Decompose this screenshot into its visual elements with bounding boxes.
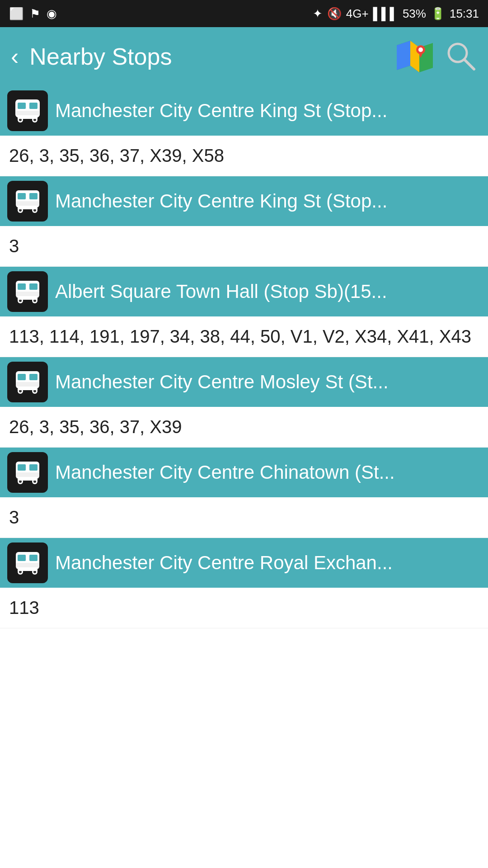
stop-name: Manchester City Centre Chinatown (St... bbox=[55, 462, 481, 483]
svg-rect-53 bbox=[18, 479, 38, 481]
svg-rect-47 bbox=[29, 464, 38, 471]
svg-rect-35 bbox=[18, 298, 38, 300]
svg-rect-21 bbox=[16, 201, 39, 206]
svg-line-7 bbox=[465, 60, 474, 69]
app-bar-actions bbox=[397, 41, 477, 72]
svg-rect-38 bbox=[29, 374, 38, 380]
svg-marker-2 bbox=[397, 41, 410, 70]
status-bar: ⬜ ⚑ ◉ ✦ 🔇 4G+ ▌▌▌ 53% 🔋 15:31 bbox=[0, 0, 488, 27]
stop-header[interactable]: Albert Square Town Hall (Stop Sb)(15... bbox=[0, 267, 488, 316]
chrome-icon: ◉ bbox=[47, 7, 57, 21]
svg-rect-10 bbox=[18, 103, 26, 109]
stop-item: Manchester City Centre Mosley St (St... … bbox=[0, 357, 488, 448]
svg-rect-37 bbox=[18, 374, 26, 380]
svg-rect-48 bbox=[16, 472, 39, 477]
svg-rect-44 bbox=[18, 388, 38, 390]
search-button[interactable] bbox=[446, 41, 477, 72]
bus-icon-box bbox=[7, 362, 48, 402]
svg-rect-56 bbox=[29, 555, 38, 561]
stop-name: Manchester City Centre King St (Stop... bbox=[55, 100, 481, 122]
map-button[interactable] bbox=[397, 41, 433, 72]
bus-icon-box bbox=[7, 452, 48, 493]
svg-point-4 bbox=[418, 47, 423, 52]
stops-list: Manchester City Centre King St (Stop... … bbox=[0, 86, 488, 628]
bus-icon bbox=[13, 277, 42, 306]
signal-icon: ▌▌▌ bbox=[373, 7, 398, 21]
clock: 15:31 bbox=[450, 7, 479, 21]
back-button[interactable]: ‹ bbox=[11, 45, 19, 68]
mute-icon: 🔇 bbox=[327, 7, 342, 21]
stop-name: Manchester City Centre Mosley St (St... bbox=[55, 371, 481, 393]
svg-rect-29 bbox=[29, 283, 38, 290]
bus-icon bbox=[13, 96, 42, 125]
stop-routes: 113, 114, 191, 197, 34, 38, 44, 50, V1, … bbox=[0, 316, 488, 357]
map-icon bbox=[397, 41, 433, 72]
stop-header[interactable]: Manchester City Centre King St (Stop... bbox=[0, 176, 488, 226]
stop-item: Manchester City Centre King St (Stop... … bbox=[0, 176, 488, 267]
stop-header[interactable]: Manchester City Centre King St (Stop... bbox=[0, 86, 488, 136]
page-title: Nearby Stops bbox=[29, 43, 389, 70]
stop-routes: 3 bbox=[0, 226, 488, 267]
status-bar-right: ✦ 🔇 4G+ ▌▌▌ 53% 🔋 15:31 bbox=[313, 7, 479, 21]
svg-rect-62 bbox=[18, 569, 38, 571]
stop-routes: 26, 3, 35, 36, 37, X39, X58 bbox=[0, 136, 488, 176]
stop-item: Albert Square Town Hall (Stop Sb)(15... … bbox=[0, 267, 488, 357]
bus-icon-box bbox=[7, 181, 48, 222]
app-bar: ‹ Nearby Stops bbox=[0, 27, 488, 86]
svg-rect-28 bbox=[18, 283, 26, 290]
svg-rect-57 bbox=[16, 563, 39, 567]
svg-rect-19 bbox=[18, 193, 26, 199]
stop-item: Manchester City Centre Chinatown (St... … bbox=[0, 448, 488, 538]
stop-name: Albert Square Town Hall (Stop Sb)(15... bbox=[55, 281, 481, 302]
search-icon bbox=[446, 41, 477, 72]
bus-icon bbox=[13, 187, 42, 216]
battery-percent: 53% bbox=[403, 7, 426, 21]
svg-rect-26 bbox=[18, 208, 38, 209]
stop-header[interactable]: Manchester City Centre Royal Exchan... bbox=[0, 538, 488, 588]
svg-rect-17 bbox=[18, 117, 38, 119]
bus-icon-box bbox=[7, 90, 48, 131]
bus-icon bbox=[13, 548, 42, 577]
flag-icon: ⚑ bbox=[30, 7, 40, 21]
svg-rect-55 bbox=[18, 555, 26, 561]
bus-icon-box bbox=[7, 542, 48, 583]
battery-icon: 🔋 bbox=[431, 7, 445, 21]
network-type: 4G+ bbox=[346, 7, 369, 21]
svg-marker-1 bbox=[410, 41, 419, 72]
stop-name: Manchester City Centre Royal Exchan... bbox=[55, 552, 481, 574]
screenshot-icon: ⬜ bbox=[9, 7, 23, 21]
bus-icon-box bbox=[7, 271, 48, 312]
svg-rect-11 bbox=[29, 103, 38, 109]
svg-rect-20 bbox=[29, 193, 38, 199]
bluetooth-icon: ✦ bbox=[313, 7, 323, 21]
stop-item: Manchester City Centre King St (Stop... … bbox=[0, 86, 488, 176]
svg-rect-46 bbox=[18, 464, 26, 471]
stop-routes: 26, 3, 35, 36, 37, X39 bbox=[0, 407, 488, 448]
stop-item: Manchester City Centre Royal Exchan... 1… bbox=[0, 538, 488, 628]
svg-rect-30 bbox=[16, 292, 39, 296]
svg-rect-12 bbox=[16, 111, 39, 115]
stop-header[interactable]: Manchester City Centre Mosley St (St... bbox=[0, 357, 488, 407]
stop-header[interactable]: Manchester City Centre Chinatown (St... bbox=[0, 448, 488, 497]
bus-icon bbox=[13, 458, 42, 487]
stop-routes: 3 bbox=[0, 497, 488, 538]
svg-rect-39 bbox=[16, 382, 39, 387]
stop-routes: 113 bbox=[0, 588, 488, 628]
status-bar-left: ⬜ ⚑ ◉ bbox=[9, 7, 57, 21]
stop-name: Manchester City Centre King St (Stop... bbox=[55, 190, 481, 212]
bus-icon bbox=[13, 368, 42, 396]
